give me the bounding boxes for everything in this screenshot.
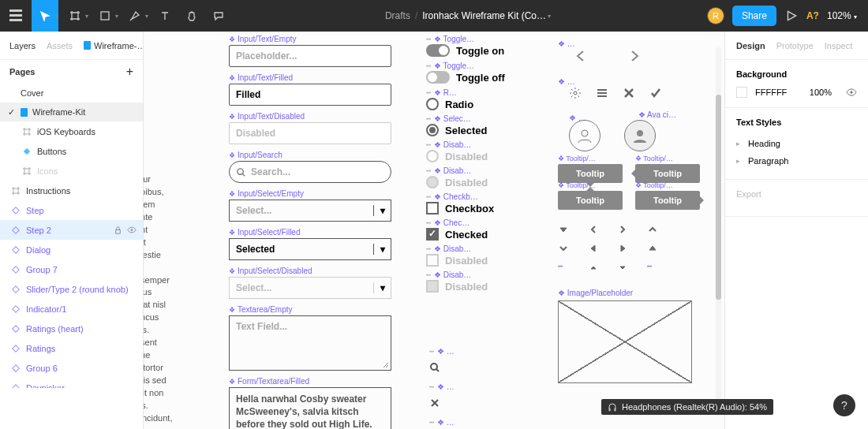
wf-input-search[interactable]: Search... xyxy=(229,161,391,183)
present-button[interactable] xyxy=(784,9,799,23)
file-title[interactable]: Ironhack Wireframe Kit (Co… xyxy=(422,10,546,21)
wf-checkbox-checked[interactable]: Checked xyxy=(426,228,521,241)
wf-avatar-filled[interactable] xyxy=(624,120,656,151)
wf-input-disabled[interactable]: Disabled xyxy=(229,122,391,144)
layer-item[interactable]: Slider/Type 2 (round knob) xyxy=(0,279,143,299)
page-cover[interactable]: Cover xyxy=(0,84,143,103)
gear-icon[interactable] xyxy=(569,87,582,99)
eye-icon[interactable] xyxy=(127,226,137,234)
wf-toggle-off[interactable]: Toggle off xyxy=(426,71,521,84)
wf-toggle-on[interactable]: Toggle on xyxy=(426,44,521,57)
scrollbar-thumb[interactable] xyxy=(716,95,721,300)
layer-item[interactable]: Dialog xyxy=(0,240,143,259)
layer-item[interactable]: Instructions xyxy=(0,181,143,200)
pen-tool[interactable] xyxy=(122,0,148,32)
chevron-up-icon[interactable] xyxy=(647,224,658,235)
wf-input-empty[interactable]: Placeholder... xyxy=(229,45,391,67)
shape-tool-caret[interactable]: ▾ xyxy=(115,13,118,20)
shape-tool[interactable] xyxy=(92,0,118,32)
wf-radio-disabled-sel[interactable]: Disabled xyxy=(426,176,521,188)
caret-left-icon[interactable] xyxy=(588,243,599,254)
layer-item[interactable]: Icons xyxy=(0,161,143,181)
close-icon[interactable] xyxy=(623,87,635,99)
layer-item[interactable]: Group 7 xyxy=(0,259,143,279)
chevron-right-icon[interactable] xyxy=(627,49,642,63)
frame-tool[interactable] xyxy=(62,0,88,32)
pen-tool-caret[interactable]: ▾ xyxy=(145,13,148,20)
breadcrumb-drafts[interactable]: Drafts xyxy=(385,10,410,21)
share-button[interactable]: Share xyxy=(732,6,776,26)
bg-hex[interactable]: FFFFFF xyxy=(755,88,787,97)
canvas[interactable]: etur apibus, atem ante ant rat olestie t… xyxy=(144,32,724,429)
wf-tooltip-right[interactable]: Tooltip xyxy=(635,191,700,210)
wf-search-icon[interactable] xyxy=(429,362,456,376)
layer-item[interactable]: Daypicker xyxy=(0,378,143,388)
tab-layers[interactable]: Layers xyxy=(9,41,36,50)
wf-select-disabled[interactable]: Select...▾ xyxy=(229,277,391,299)
add-page-button[interactable]: + xyxy=(126,65,133,79)
chevron-left-icon[interactable] xyxy=(588,224,599,235)
chevron-right-icon[interactable] xyxy=(617,224,628,235)
caret-up-icon[interactable] xyxy=(647,243,658,254)
hand-tool[interactable] xyxy=(178,0,205,32)
lock-icon[interactable] xyxy=(114,226,122,234)
triangle-down-icon[interactable] xyxy=(617,262,628,273)
layer-item[interactable]: Step xyxy=(0,200,143,220)
style-paragraph[interactable]: ▸Paragraph xyxy=(736,152,857,170)
tab-assets[interactable]: Assets xyxy=(47,41,73,50)
wf-radio-selected[interactable]: Selected xyxy=(426,124,521,136)
wf-tooltip-top[interactable]: Tooltip xyxy=(558,191,623,210)
wf-avatar-outline[interactable] xyxy=(569,120,600,151)
wf-checkbox-disabled-checked[interactable]: Disabled xyxy=(426,280,521,293)
caret-right-icon[interactable] xyxy=(617,243,628,254)
comment-tool[interactable] xyxy=(205,0,232,32)
layer-item[interactable]: Ratings xyxy=(0,338,143,358)
wf-radio-disabled[interactable]: Disabled xyxy=(426,150,521,162)
move-tool-caret[interactable]: ▾ xyxy=(55,13,58,20)
page-selector[interactable]: Wireframe-… xyxy=(84,41,144,50)
canvas-scrollbar[interactable] xyxy=(716,47,721,413)
caret-down-icon[interactable] xyxy=(558,224,569,235)
wf-radio[interactable]: Radio xyxy=(426,98,521,110)
move-tool[interactable] xyxy=(32,0,58,32)
main-menu-button[interactable] xyxy=(0,0,32,32)
wf-checkbox-disabled[interactable]: Disabled xyxy=(426,254,521,267)
wf-select-filled[interactable]: Selected▾ xyxy=(229,238,391,260)
chevron-down-icon[interactable] xyxy=(558,243,569,254)
bg-opacity[interactable]: 100% xyxy=(810,88,832,97)
wf-textarea-filled[interactable]: Hella narwhal Cosby sweater McSweeney's,… xyxy=(229,387,391,429)
tab-inspect[interactable]: Inspect xyxy=(825,41,852,50)
file-menu-caret[interactable]: ▾ xyxy=(548,13,551,20)
export-heading[interactable]: Export xyxy=(736,189,857,199)
check-icon[interactable] xyxy=(649,87,662,99)
eye-icon[interactable] xyxy=(846,87,857,98)
wf-input-filled[interactable]: Filled xyxy=(229,84,391,106)
layer-item[interactable]: Step 2 xyxy=(0,220,143,240)
triangle-up-icon[interactable] xyxy=(588,262,599,273)
wf-tooltip-left[interactable]: Tooltip xyxy=(635,164,700,183)
page-wireframe-kit[interactable]: ✓ Wireframe-Kit xyxy=(0,103,143,121)
layer-item[interactable]: Group 6 xyxy=(0,358,143,378)
tab-prototype[interactable]: Prototype xyxy=(776,41,814,50)
layer-item[interactable]: Ratings (heart) xyxy=(0,319,143,338)
wf-tooltip-bottom[interactable]: Tooltip xyxy=(558,164,623,183)
wf-textarea-empty[interactable]: Text Field... xyxy=(229,315,391,371)
color-swatch[interactable] xyxy=(736,87,747,98)
chevron-left-icon[interactable] xyxy=(574,49,588,63)
wf-close-icon[interactable] xyxy=(429,397,456,412)
wf-select-empty[interactable]: Select...▾ xyxy=(229,200,391,222)
layer-item[interactable]: Indicator/1 xyxy=(0,299,143,319)
frame-tool-caret[interactable]: ▾ xyxy=(85,13,88,20)
text-tool[interactable] xyxy=(152,0,178,32)
user-avatar[interactable]: R xyxy=(707,7,724,24)
missing-fonts-indicator[interactable]: A? xyxy=(806,10,819,21)
style-heading[interactable]: ▸Heading xyxy=(736,135,857,152)
tab-design[interactable]: Design xyxy=(736,41,765,50)
menu-icon[interactable] xyxy=(596,87,608,99)
help-button[interactable]: ? xyxy=(833,394,855,416)
layer-item[interactable]: iOS Keyboards xyxy=(0,121,143,141)
zoom-level[interactable]: 102% ▾ xyxy=(827,10,857,21)
wf-image-placeholder[interactable] xyxy=(558,300,692,383)
wf-checkbox[interactable]: Checkbox xyxy=(426,202,521,214)
layer-item[interactable]: Buttons xyxy=(0,141,143,161)
